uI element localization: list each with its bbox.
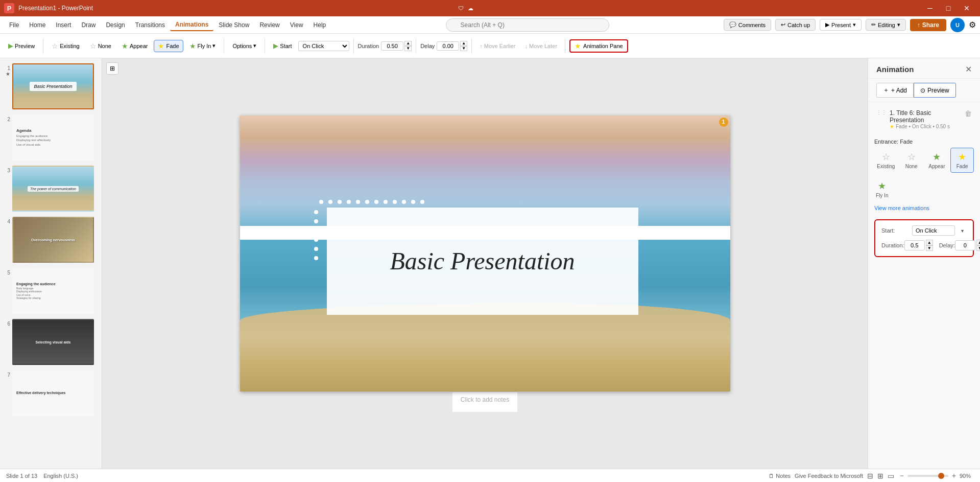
notes-status-button[interactable]: 🗒 Notes — [769, 473, 791, 479]
present-button[interactable]: ▶ Present ▾ — [820, 19, 862, 31]
catchup-button[interactable]: ↩ Catch up — [775, 19, 816, 31]
zoom-out-button[interactable]: － — [898, 471, 905, 480]
none-button[interactable]: ☆ None — [86, 40, 115, 52]
entrance-option-appear[interactable]: ★ Appear — [925, 148, 949, 173]
entrance-option-fade[interactable]: ★ Fade — [950, 148, 974, 173]
view-normal-icon[interactable]: ⊟ — [867, 472, 873, 480]
flyin-button[interactable]: ★ Fly In ▾ — [185, 40, 220, 52]
menu-insert[interactable]: Insert — [51, 19, 76, 31]
slide-thumb-4[interactable]: 4 Overcoming nervousness — [2, 216, 100, 264]
menu-slideshow[interactable]: Slide Show — [213, 19, 254, 31]
duration-arrows[interactable]: ▲ ▼ — [404, 41, 412, 51]
slide-thumb-2[interactable]: 2 Agenda Engaging the audienceDisplaying… — [2, 113, 100, 162]
drag-handle-icon[interactable]: ⋮⋮ — [876, 109, 887, 115]
slide-image-4[interactable]: Overcoming nervousness — [12, 217, 94, 263]
delay-value[interactable] — [437, 41, 459, 51]
menu-animations[interactable]: Animations — [170, 19, 213, 31]
maximize-button[interactable]: □ — [939, 1, 958, 15]
fade-star-icon: ★ — [158, 42, 164, 50]
timing-delay-spinner[interactable]: ▲ ▼ — [955, 240, 980, 251]
entrance-option-existing[interactable]: ☆ Existing — [874, 148, 898, 173]
view-grid-icon[interactable]: ⊞ — [877, 472, 883, 480]
menu-review[interactable]: Review — [254, 19, 284, 31]
delay-arrows[interactable]: ▲ ▼ — [460, 41, 467, 51]
notes-bar[interactable]: Click to add notes — [452, 392, 517, 412]
timing-start-select[interactable]: On Click With Previous After Previous — [912, 225, 955, 236]
zoom-thumb[interactable] — [938, 473, 944, 479]
slide-edit-button[interactable]: ⊞ — [106, 62, 118, 75]
comments-button[interactable]: 💬 Comments — [724, 19, 771, 31]
settings-icon[interactable]: ⚙ — [969, 20, 976, 30]
view-more-link[interactable]: View more animations — [874, 203, 929, 213]
options-button[interactable]: Options ▾ — [228, 40, 260, 51]
menu-view[interactable]: View — [285, 19, 308, 31]
slide-thumb-6[interactable]: 6 Selecting visual aids — [2, 318, 100, 366]
slide-thumb-3[interactable]: 3 The power of communication — [2, 165, 100, 213]
timing-delay-up[interactable]: ▲ — [976, 240, 980, 245]
menu-help[interactable]: Help — [308, 19, 331, 31]
slide-thumb-5[interactable]: 5 Engaging the audience Body languageDis… — [2, 267, 100, 315]
fade-button[interactable]: ★ Fade — [154, 40, 183, 52]
entrance-option-none[interactable]: ☆ None — [900, 148, 923, 173]
panel-close-button[interactable]: ✕ — [965, 64, 972, 74]
slide-thumb-1[interactable]: 1★ Basic Presentation — [2, 62, 100, 110]
move-later-icon: ↓ — [525, 43, 528, 49]
timing-duration-up[interactable]: ▲ — [926, 240, 933, 245]
app-icon: P — [4, 3, 14, 13]
slide-image-1[interactable]: Basic Presentation — [12, 63, 94, 109]
menu-draw[interactable]: Draw — [76, 19, 101, 31]
feedback-button[interactable]: Give Feedback to Microsoft — [795, 473, 863, 479]
user-avatar[interactable]: U — [950, 18, 965, 32]
view-presenter-icon[interactable]: ▭ — [888, 472, 894, 480]
duration-spinner[interactable]: ▲ ▼ — [381, 41, 412, 51]
delay-down[interactable]: ▼ — [460, 46, 467, 51]
delay-up[interactable]: ▲ — [460, 41, 467, 46]
move-later-button[interactable]: ↓ Move Later — [521, 41, 561, 51]
timing-duration-spinner[interactable]: ▲ ▼ — [904, 240, 933, 251]
timing-duration-down[interactable]: ▼ — [926, 245, 933, 251]
slide-image-3[interactable]: The power of communication — [12, 166, 94, 212]
share-button[interactable]: ↑ Share — [910, 19, 946, 31]
window-controls[interactable]: ─ □ ✕ — [921, 1, 976, 15]
add-button[interactable]: ＋ + Add — [876, 83, 914, 98]
editing-button[interactable]: ✏ Editing ▾ — [866, 19, 906, 31]
zoom-track[interactable] — [907, 475, 948, 477]
search-input[interactable] — [446, 18, 609, 32]
slide-panel: 1★ Basic Presentation 2 Agenda Engaging … — [0, 58, 102, 469]
slide-thumb-7[interactable]: 7 Effective delivery techniques — [2, 369, 100, 417]
timing-duration-arrows[interactable]: ▲ ▼ — [926, 240, 933, 251]
timing-duration-value[interactable] — [904, 240, 925, 250]
preview-button-panel[interactable]: ⊙ Preview — [914, 83, 956, 98]
menu-transitions[interactable]: Transitions — [130, 19, 170, 31]
appear-button[interactable]: ★ Appear — [117, 40, 152, 52]
start-select[interactable]: On Click With Previous After Previous — [298, 41, 349, 51]
duration-value[interactable] — [381, 41, 403, 51]
existing-star-icon: ☆ — [52, 42, 58, 50]
delete-animation-button[interactable]: 🗑 — [965, 109, 972, 118]
timing-delay-down[interactable]: ▼ — [976, 245, 980, 251]
slide-image-6[interactable]: Selecting visual aids — [12, 319, 94, 365]
entrance-option-flyin[interactable]: ★ Fly In — [874, 177, 890, 202]
preview-button[interactable]: ▶ Preview — [4, 40, 39, 52]
minimize-button[interactable]: ─ — [921, 1, 939, 15]
menu-design[interactable]: Design — [101, 19, 130, 31]
existing-button[interactable]: ☆ Existing — [47, 40, 84, 52]
slide-image-5[interactable]: Engaging the audience Body languageDispl… — [12, 268, 94, 314]
slide-image-2[interactable]: Agenda Engaging the audienceDisplaying t… — [12, 114, 94, 160]
slide-canvas[interactable]: Basic Presentation 1 — [240, 116, 730, 392]
timing-delay-value[interactable] — [955, 240, 975, 250]
delay-spinner[interactable]: ▲ ▼ — [437, 41, 467, 51]
duration-down[interactable]: ▼ — [404, 46, 412, 51]
timing-delay-arrows[interactable]: ▲ ▼ — [976, 240, 980, 251]
menu-home[interactable]: Home — [24, 19, 51, 31]
zoom-slider[interactable]: － ＋ 90% — [898, 471, 974, 480]
slide-image-7[interactable]: Effective delivery techniques — [12, 370, 94, 416]
close-button[interactable]: ✕ — [958, 1, 976, 15]
menu-file[interactable]: File — [4, 19, 24, 31]
zoom-in-button[interactable]: ＋ — [950, 471, 958, 480]
slide-title-box[interactable]: Basic Presentation — [327, 208, 638, 315]
animation-pane-button[interactable]: ★ Animation Pane — [569, 39, 628, 53]
duration-up[interactable]: ▲ — [404, 41, 412, 46]
editing-icon: ✏ — [871, 21, 876, 28]
move-earlier-button[interactable]: ↑ Move Earlier — [476, 41, 519, 51]
